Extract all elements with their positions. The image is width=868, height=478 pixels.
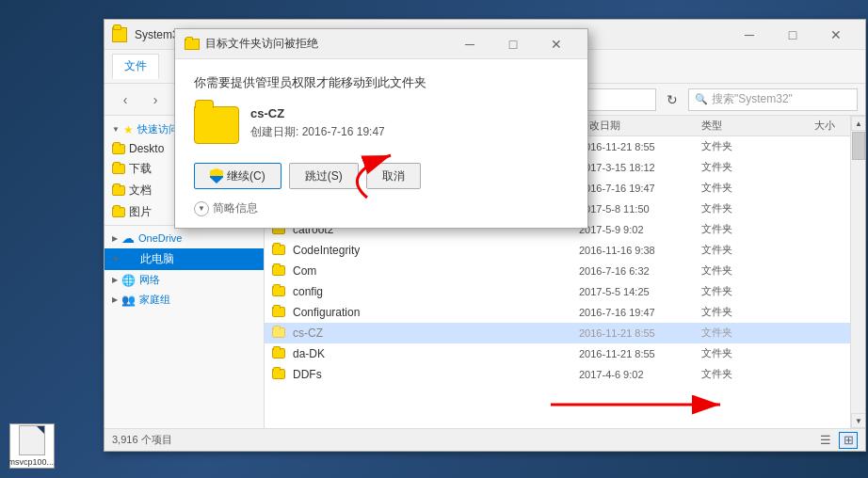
dialog: 目标文件夹访问被拒绝 ─ □ ✕ 你需要提供管理员权限才能移动到此文件夹 cs-… [174,28,588,229]
search-icon: 🔍 [695,93,708,105]
folder-icon [112,207,125,217]
search-placeholder: 搜索"System32" [712,91,793,107]
sidebar-item-label: Deskto [129,142,164,155]
minimize-button[interactable]: ─ [728,20,771,50]
file-date: 2017-5-8 11:50 [579,203,701,215]
shield-icon [210,168,223,183]
folder-icon [112,144,125,154]
dialog-folder-icon [194,106,239,144]
back-button[interactable]: ‹ [112,88,138,112]
details-view-button[interactable]: ☰ [816,432,835,449]
forward-button[interactable]: › [142,88,169,112]
sidebar-onedrive-label: OneDrive [138,232,182,244]
table-row[interactable]: da-DK 2016-11-21 8:55 文件夹 [265,343,850,364]
table-row[interactable]: Configuration 2016-7-16 19:47 文件夹 [265,302,850,323]
dialog-message: 你需要提供管理员权限才能移动到此文件夹 [194,74,569,91]
file-type: 文件夹 [701,284,777,298]
dialog-file-name: cs-CZ [250,106,385,120]
sidebar-homegroup-label: 家庭组 [139,293,170,307]
file-type: 文件夹 [701,326,777,340]
file-date: 2016-11-21 8:55 [579,327,701,339]
continue-button[interactable]: 继续(C) [194,163,281,189]
table-row[interactable]: DDFs 2017-4-6 9:02 文件夹 [265,364,850,385]
cancel-button[interactable]: 取消 [366,163,421,189]
dialog-body: 你需要提供管理员权限才能移动到此文件夹 cs-CZ 创建日期: 2016-7-1… [175,59,587,228]
status-count: 3,916 个项目 [112,433,172,447]
file-name: cs-CZ [289,327,579,340]
table-row[interactable]: cs-CZ 2016-11-21 8:55 文件夹 [265,323,850,343]
date-label: 创建日期: [250,125,298,138]
scroll-up-arrow[interactable]: ▲ [851,116,865,131]
homegroup-icon: 👥 [121,294,136,307]
dialog-file-details: cs-CZ 创建日期: 2016-7-16 19:47 [250,106,385,140]
skip-button[interactable]: 跳过(S) [289,163,359,189]
column-header-type[interactable]: 类型 [701,119,777,133]
refresh-button[interactable]: ↻ [660,88,684,111]
dialog-minimize-button[interactable]: ─ [448,29,491,59]
sidebar-network[interactable]: ▶ 🌐 网络 [104,270,264,290]
chevron-down-icon: ▼ [112,125,120,134]
folder-icon [112,164,125,174]
titlebar-icons [112,27,127,42]
dialog-maximize-button[interactable]: □ [491,29,535,59]
file-date: 2017-5-9 9:02 [579,224,701,235]
close-button[interactable]: ✕ [814,20,858,50]
file-date: 2016-7-16 19:47 [579,183,701,194]
file-date: 2017-4-6 9:02 [579,369,701,380]
file-type: 文件夹 [701,305,777,319]
file-name: DDFs [289,368,579,381]
sidebar-quick-access-label: 快速访问 [137,122,179,136]
sidebar-item-label: 图片 [129,204,152,220]
file-date: 2017-3-15 18:12 [579,162,701,173]
column-header-size[interactable]: 大小 [777,119,843,133]
folder-icon [112,185,125,196]
status-bar-right: ☰ ⊞ [816,432,858,449]
table-row[interactable]: CodeIntegrity 2016-11-16 9:38 文件夹 [265,240,850,261]
scroll-thumb[interactable] [852,132,865,160]
file-type: 文件夹 [701,367,777,381]
details-toggle[interactable]: ▼ 简略信息 [194,200,569,216]
scroll-down-arrow[interactable]: ▼ [851,413,865,428]
chevron-right-icon: ▶ [112,234,118,243]
table-row[interactable]: config 2017-5-5 14:25 文件夹 [265,281,850,302]
folder-icon [272,327,285,338]
sidebar-item-label: 下载 [129,161,152,177]
tiles-view-button[interactable]: ⊞ [839,432,858,449]
dialog-title: 目标文件夹访问被拒绝 [205,36,448,52]
chevron-down-icon: ▼ [112,255,120,263]
dialog-title-folder-icon [185,39,200,50]
chevron-right-icon: ▶ [112,295,118,304]
sidebar-homegroup[interactable]: ▶ 👥 家庭组 [104,290,264,310]
chevron-right-icon: ▶ [112,276,118,284]
taskbar-file-icon [19,425,45,455]
table-row[interactable]: Com 2016-7-16 6:32 文件夹 [265,261,850,281]
file-date: 2017-5-5 14:25 [579,286,701,297]
continue-label: 继续(C) [227,168,265,184]
file-type: 文件夹 [701,201,777,215]
status-bar: 3,916 个项目 ☰ ⊞ [104,428,865,451]
dialog-file-info: cs-CZ 创建日期: 2016-7-16 19:47 [194,106,569,144]
file-name: Com [289,264,579,278]
taskbar-icon-label: msvcp100.... [8,457,56,467]
file-date: 2016-11-21 8:55 [579,348,701,359]
maximize-button[interactable]: □ [771,20,814,50]
taskbar-icon[interactable]: msvcp100.... [9,423,55,469]
scroll-track[interactable] [851,131,865,413]
dialog-close-button[interactable]: ✕ [535,29,578,59]
dialog-titlebar: 目标文件夹访问被拒绝 ─ □ ✕ [175,29,587,59]
sidebar-onedrive[interactable]: ▶ ☁ OneDrive [104,228,264,248]
file-name: Configuration [289,306,579,319]
computer-icon: 🖥 [123,252,137,267]
file-date: 2016-11-16 9:38 [579,245,701,256]
file-name: config [289,285,579,298]
file-date: 2016-7-16 6:32 [579,265,701,277]
sidebar-item-this-pc[interactable]: ▼ 🖥 此电脑 [104,248,264,270]
folder-icon [272,245,285,255]
search-box[interactable]: 🔍 搜索"System32" [688,88,858,111]
column-header-date[interactable]: 修改日期 [579,119,701,133]
scrollbar[interactable]: ▲ ▼ [850,116,865,428]
file-type: 文件夹 [701,263,777,278]
titlebar-folder-icon [112,27,127,42]
ribbon-tab-file[interactable]: 文件 [112,54,159,79]
cloud-icon: ☁ [121,231,135,246]
